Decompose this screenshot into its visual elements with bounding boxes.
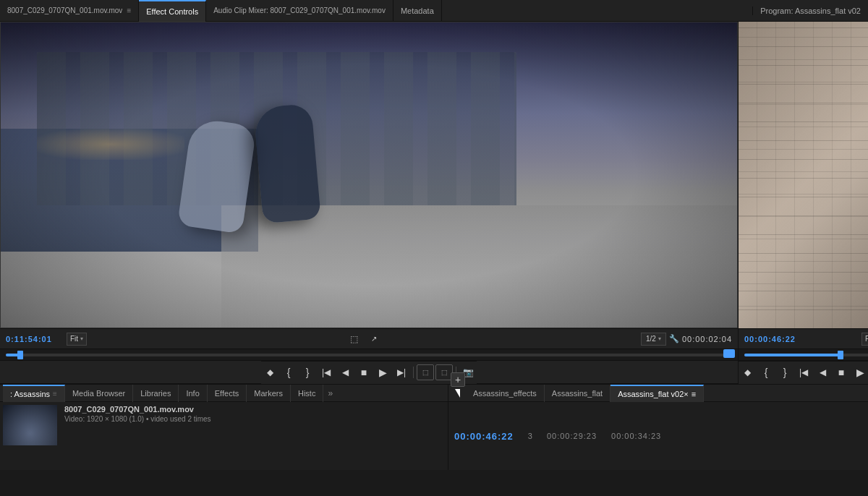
stop-btn[interactable]: ■ [355, 364, 373, 380]
seq-number: 3 [528, 432, 532, 440]
seq-timecode: 00:00:46:22 [454, 431, 514, 442]
tab-source-label: 8007_C029_0707QN_001.mov.mov [7, 7, 122, 14]
tab-bar-left: 8007_C029_0707QN_001.mov.mov ≡ Effect Co… [0, 0, 752, 22]
prog-go-prev-btn[interactable]: |◀ [795, 364, 812, 380]
program-playback-wrapper: ◆ { } |◀ ◀ ■ ▶ ▶| [739, 360, 868, 383]
seq-tab-flat-label: Assassins_flat [552, 389, 603, 398]
resolution-arrow: ▾ [658, 335, 661, 342]
seq-tab-flat-v02-label: Assassins_flat v02 [618, 390, 684, 398]
prog-scrubber-fill [744, 354, 841, 356]
seq-duration1: 00:00:29:23 [547, 432, 597, 440]
scrubber-right-handle[interactable] [723, 349, 735, 358]
prog-mark-in-btn[interactable]: ◆ [739, 364, 756, 380]
plus-btn[interactable]: + [451, 372, 465, 387]
tab-effect-controls-label: Effect Controls [146, 7, 198, 16]
btab-effects[interactable]: Effects [208, 385, 247, 402]
program-fit-label: Fit [865, 335, 868, 343]
thumb-overlay2 [3, 405, 57, 445]
tab-effect-controls[interactable]: Effect Controls [139, 0, 206, 22]
seq-tab-flat[interactable]: Assassins_flat [545, 385, 610, 402]
playback-wrapper: ◆ { } |◀ ◀ ■ ▶ ▶| ⬚ ⬚ 📷 + [0, 360, 738, 383]
cursor-tool[interactable] [448, 389, 466, 398]
export-btn[interactable]: ↗ [365, 331, 383, 347]
cursor-arrow-icon [455, 389, 460, 398]
video-placeholder [0, 22, 738, 328]
source-tab-menu[interactable]: ≡ [53, 390, 57, 398]
btab-markers[interactable]: Markers [247, 385, 291, 402]
source-fit-dropdown[interactable]: Fit ▾ [67, 333, 87, 346]
center-controls: ⬚ ↗ [346, 331, 383, 347]
ctrl-sep1 [413, 367, 414, 378]
prog-play-btn[interactable]: ▶ [851, 364, 868, 380]
playback-controls: ◆ { } |◀ ◀ ■ ▶ ▶| ⬚ ⬚ 📷 + [261, 361, 477, 384]
seq-duration2: 00:00:34:23 [611, 432, 661, 440]
seq-menu-icon[interactable]: ≡ [692, 390, 696, 398]
program-fit-dropdown[interactable]: Fit ▾ [861, 333, 868, 346]
program-scrubber[interactable] [739, 349, 868, 360]
source-video-frame [0, 22, 738, 328]
source-monitor: 0:11:54:01 Fit ▾ ⬚ ↗ 1/2 ▾ 🔧 00:00:02:04 [0, 22, 738, 383]
source-fit-arrow: ▾ [80, 335, 83, 342]
btab-effects-label: Effects [215, 389, 239, 398]
btab-info-label: Info [186, 389, 199, 398]
btab-more[interactable]: » [323, 385, 337, 402]
prog-mark-out-point-btn[interactable]: } [776, 364, 793, 380]
btab-more-label: » [328, 388, 333, 398]
prog-h-lines [739, 22, 868, 328]
tab-audio-mixer-label: Audio Clip Mixer: 8007_C029_0707QN_001.m… [213, 7, 386, 14]
tab-bar-right: Program: Assassins_flat v02 [752, 7, 868, 15]
source-thumbnail [3, 405, 57, 445]
wrench-icon[interactable]: 🔧 [669, 334, 679, 343]
seq-tabs-row: Assassins_effects Assassins_flat Assassi… [448, 385, 868, 402]
lift-btn[interactable]: ⬚ [417, 364, 434, 380]
source-duration: 00:00:02:04 [682, 335, 732, 343]
program-video-frame [739, 22, 868, 328]
btab-history-label: Histc [298, 389, 315, 398]
btab-media-browser[interactable]: Media Browser [65, 385, 133, 402]
play-btn[interactable]: ▶ [374, 364, 391, 380]
source-info: 8007_C029_0707QN_001.mov.mov Video: 1920… [60, 402, 448, 470]
source-monitor-controls: 0:11:54:01 Fit ▾ ⬚ ↗ 1/2 ▾ 🔧 00:00:02:04 [0, 328, 738, 349]
resolution-label: 1/2 [646, 335, 656, 343]
btab-history[interactable]: Histc [291, 385, 323, 402]
source-menu-icon[interactable]: ≡ [127, 7, 131, 14]
seq-tab-flat-v02[interactable]: Assassins_flat v02 × ≡ [610, 385, 704, 402]
seq-close-icon[interactable]: × [684, 390, 688, 398]
go-prev-btn[interactable]: |◀ [318, 364, 335, 380]
mark-in-btn[interactable]: ◆ [261, 364, 278, 380]
btab-media-browser-label: Media Browser [72, 389, 125, 398]
source-fit-label: Fit [70, 335, 78, 343]
tab-metadata-label: Metadata [401, 7, 434, 15]
step-back-btn[interactable]: ◀ [336, 364, 354, 380]
program-timecode: 00:00:46:22 [744, 335, 802, 343]
mark-out-point-btn[interactable]: } [299, 364, 316, 380]
left-panel: : Assassins ≡ Media Browser Libraries In… [0, 385, 448, 470]
insert-btn[interactable]: ⬚ [346, 331, 363, 347]
mark-in-point-btn[interactable]: { [280, 364, 297, 380]
tab-metadata[interactable]: Metadata [393, 0, 442, 22]
prog-step-back-btn[interactable]: ◀ [814, 364, 831, 380]
source-details: Video: 1920 × 1080 (1.0) • video used 2 … [64, 415, 443, 423]
program-label: Program: Assassins_flat v02 [760, 7, 861, 15]
main-content: 0:11:54:01 Fit ▾ ⬚ ↗ 1/2 ▾ 🔧 00:00:02:04 [0, 22, 868, 383]
resolution-select[interactable]: 1/2 ▾ [641, 333, 666, 346]
program-monitor: 00:00:46:22 Fit ▾ ◆ { } |◀ ◀ ■ ▶ [738, 22, 868, 383]
btab-info[interactable]: Info [179, 385, 207, 402]
tab-source[interactable]: 8007_C029_0707QN_001.mov.mov ≡ [0, 0, 139, 22]
source-timecode: 0:11:54:01 [6, 335, 64, 343]
scrubber-handle[interactable] [17, 351, 23, 359]
prog-mark-in-point-btn[interactable]: { [757, 364, 775, 380]
btab-source[interactable]: : Assassins ≡ [3, 385, 65, 402]
scrubber-track [6, 354, 732, 356]
step-fwd-btn[interactable]: ▶| [393, 364, 410, 380]
btab-libraries[interactable]: Libraries [133, 385, 179, 402]
tab-audio-mixer[interactable]: Audio Clip Mixer: 8007_C029_0707QN_001.m… [206, 0, 393, 22]
prog-scrubber-track [744, 354, 868, 356]
btab-markers-label: Markers [254, 389, 283, 398]
program-playback-controls: ◆ { } |◀ ◀ ■ ▶ ▶| [739, 361, 868, 384]
program-monitor-controls: 00:00:46:22 Fit ▾ [739, 328, 868, 349]
prog-stop-btn[interactable]: ■ [833, 364, 850, 380]
source-scrubber[interactable] [0, 349, 738, 360]
prog-scrubber-handle[interactable] [838, 351, 843, 359]
seq-tab-effects[interactable]: Assassins_effects [466, 385, 545, 402]
